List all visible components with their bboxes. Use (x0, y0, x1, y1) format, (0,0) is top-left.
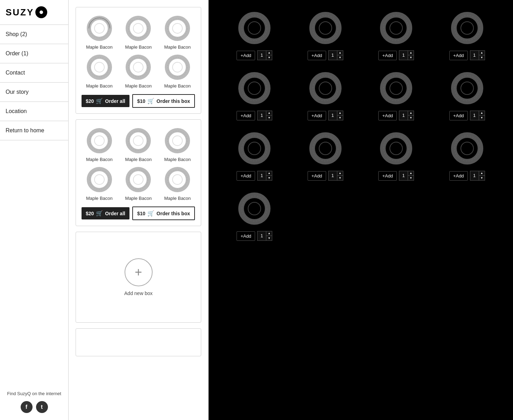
qty-arrows: ▲ ▼ (479, 51, 485, 60)
right-donut-item: +Add 1 ▲ ▼ (435, 71, 499, 120)
qty-number: 1 (399, 51, 408, 60)
svg-point-19 (94, 136, 104, 146)
qty-down-button[interactable]: ▼ (266, 236, 272, 240)
facebook-icon[interactable]: f (21, 401, 33, 413)
add-button[interactable]: +Add (449, 111, 468, 120)
qty-up-button[interactable]: ▲ (266, 171, 272, 176)
qty-arrows: ▲ ▼ (408, 111, 414, 120)
add-button[interactable]: +Add (308, 171, 326, 181)
qty-number: 1 (329, 51, 337, 60)
right-donut-item: +Add 1 ▲ ▼ (435, 10, 499, 60)
nav-item-shop[interactable]: Shop (2) (0, 25, 68, 44)
nav-item-our-story[interactable]: Our story (0, 83, 68, 102)
qty-up-button[interactable]: ▲ (479, 171, 485, 176)
add-new-box-label: Add new box (124, 290, 153, 296)
qty-wrapper: 1 ▲ ▼ (328, 50, 343, 60)
add-button[interactable]: +Add (308, 111, 326, 120)
order-box-button[interactable]: $10 🛒 Order this box (132, 94, 195, 108)
qty-up-button[interactable]: ▲ (266, 51, 272, 55)
add-button[interactable]: +Add (308, 51, 326, 60)
right-donut-svg (308, 10, 343, 46)
right-donut-svg (308, 71, 343, 106)
nav-item-return-home[interactable]: Return to home (0, 121, 68, 140)
qty-down-button[interactable]: ▼ (337, 55, 343, 60)
qty-wrapper: 1 ▲ ▼ (257, 171, 272, 181)
svg-point-39 (312, 15, 339, 41)
qty-up-button[interactable]: ▲ (408, 51, 414, 55)
order-all-button[interactable]: $20 🛒 Order all (82, 95, 129, 107)
svg-point-31 (133, 175, 143, 184)
add-button[interactable]: +Add (237, 51, 255, 60)
add-button[interactable]: +Add (378, 51, 397, 60)
qty-down-button[interactable]: ▼ (479, 55, 485, 60)
add-new-box[interactable]: + Add new box (76, 232, 201, 323)
add-row: +Add 1 ▲ ▼ (308, 171, 343, 181)
order-box-price-2: $10 (137, 211, 145, 216)
right-donut-item: +Add 1 ▲ ▼ (223, 191, 287, 241)
right-donut-svg (450, 131, 485, 166)
svg-point-64 (319, 142, 332, 155)
donut-item: Maple Bacon (82, 166, 117, 201)
add-button[interactable]: +Add (449, 51, 468, 60)
add-button[interactable]: +Add (378, 171, 397, 181)
svg-point-43 (390, 22, 402, 34)
nav-item-location[interactable]: Location (0, 102, 68, 121)
qty-wrapper: 1 ▲ ▼ (470, 171, 485, 181)
qty-down-button[interactable]: ▼ (408, 55, 414, 60)
svg-point-15 (167, 57, 188, 78)
svg-point-37 (248, 22, 261, 34)
add-button[interactable]: +Add (237, 111, 255, 120)
svg-point-72 (241, 195, 268, 222)
donut-label: Maple Bacon (86, 196, 113, 201)
donut-item: Maple Bacon (121, 127, 156, 162)
qty-up-button[interactable]: ▲ (479, 111, 485, 115)
qty-down-button[interactable]: ▼ (337, 176, 343, 180)
order-all-button-2[interactable]: $20 🛒 Order all (82, 207, 129, 219)
qty-up-button[interactable]: ▲ (337, 111, 343, 115)
qty-up-button[interactable]: ▲ (408, 111, 414, 115)
right-donut-item: +Add 1 ▲ ▼ (223, 131, 287, 181)
donut-svg (163, 127, 191, 155)
qty-up-button[interactable]: ▲ (266, 231, 272, 236)
donut-svg (124, 53, 152, 81)
logo: SUZY (6, 6, 63, 18)
add-button[interactable]: +Add (378, 111, 397, 120)
qty-up-button[interactable]: ▲ (337, 51, 343, 55)
qty-wrapper: 1 ▲ ▼ (328, 111, 343, 120)
qty-down-button[interactable]: ▼ (266, 55, 272, 60)
qty-down-button[interactable]: ▼ (337, 115, 343, 120)
order-box-button-2[interactable]: $10 🛒 Order this box (132, 206, 195, 220)
qty-number: 1 (258, 171, 266, 180)
right-donut-item: +Add 1 ▲ ▼ (364, 131, 428, 181)
add-row: +Add 1 ▲ ▼ (378, 171, 414, 181)
left-panel: Maple Bacon Maple Bacon (69, 0, 209, 420)
qty-down-button[interactable]: ▼ (266, 115, 272, 120)
nav-item-contact[interactable]: Contact (0, 63, 68, 83)
qty-down-button[interactable]: ▼ (479, 176, 485, 180)
qty-wrapper: 1 ▲ ▼ (257, 50, 272, 60)
qty-down-button[interactable]: ▼ (408, 176, 414, 180)
add-button[interactable]: +Add (237, 171, 255, 181)
twitter-icon[interactable]: t (36, 401, 48, 413)
svg-point-34 (173, 175, 182, 184)
add-row: +Add 1 ▲ ▼ (378, 50, 414, 60)
qty-down-button[interactable]: ▼ (479, 115, 485, 120)
nav-item-order[interactable]: Order (1) (0, 44, 68, 63)
qty-up-button[interactable]: ▲ (408, 171, 414, 176)
qty-up-button[interactable]: ▲ (337, 171, 343, 176)
add-button[interactable]: +Add (237, 231, 255, 241)
qty-number: 1 (258, 111, 266, 120)
qty-arrows: ▲ ▼ (479, 111, 485, 120)
qty-up-button[interactable]: ▲ (479, 51, 485, 55)
donut-item: Maple Bacon (82, 127, 117, 162)
donut-svg (85, 166, 113, 194)
add-button[interactable]: +Add (449, 171, 468, 181)
qty-up-button[interactable]: ▲ (266, 111, 272, 115)
logo-dot (40, 10, 43, 14)
svg-point-57 (454, 75, 480, 102)
order-box-price: $10 (137, 98, 145, 104)
cart-icon: 🛒 (96, 98, 103, 104)
qty-down-button[interactable]: ▼ (266, 176, 272, 180)
qty-down-button[interactable]: ▼ (408, 115, 414, 120)
right-donut-item: +Add 1 ▲ ▼ (294, 131, 358, 181)
